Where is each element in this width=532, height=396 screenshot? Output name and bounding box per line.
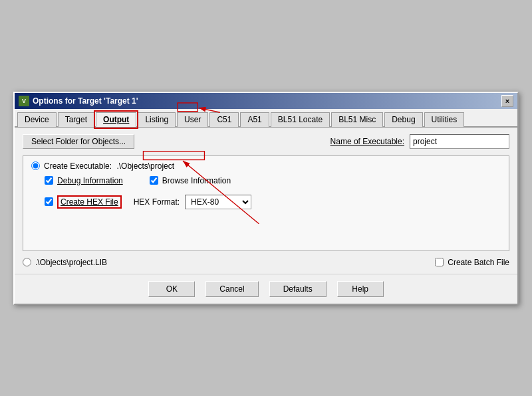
tab-bar: Device Target Output Listing User C51 A5… [15,109,517,128]
create-hex-label: Create HEX File [59,197,120,207]
tab-utilities[interactable]: Utilities [424,112,465,127]
create-batch-row: Create Batch File [435,258,509,267]
help-button[interactable]: Help [337,281,384,297]
debug-info-row: Debug Information [45,176,123,185]
hex-format-select[interactable]: HEX-80 HEX-386 [185,195,251,209]
tab-user[interactable]: User [177,112,208,127]
tab-a51[interactable]: A51 [240,112,269,127]
debug-info-checkbox[interactable] [45,176,53,185]
create-executable-radio[interactable] [31,161,40,170]
close-button[interactable]: × [501,95,513,107]
cancel-button[interactable]: Cancel [205,281,258,297]
tab-bl51-misc[interactable]: BL51 Misc [331,112,383,127]
browse-info-row: Browse Information [150,176,231,185]
name-executable-input[interactable] [410,134,509,149]
name-executable-label: Name of Executable: [331,137,404,146]
create-batch-label: Create Batch File [448,258,509,267]
tab-debug[interactable]: Debug [384,112,422,127]
tab-bl51-locate[interactable]: BL51 Locate [271,112,330,127]
create-hex-checkbox[interactable] [45,197,53,206]
lib-label: .\Objects\project.LIB [35,258,107,267]
lib-radio[interactable] [23,258,31,266]
create-executable-row: Create Executable: .\Objects\project [31,161,501,171]
ok-button[interactable]: OK [148,281,195,297]
tab-output[interactable]: Output [96,112,136,127]
dialog-title: Options for Target 'Target 1' [33,96,138,106]
tab-c51[interactable]: C51 [209,112,239,127]
dialog-buttons: OK Cancel Defaults Help [15,274,517,304]
title-bar: V Options for Target 'Target 1' × [15,93,517,109]
tab-device[interactable]: Device [17,112,57,127]
content-area: Select Folder for Objects... Name of Exe… [15,128,517,274]
executable-group: Create Executable: .\Objects\project Deb… [23,155,509,251]
defaults-button[interactable]: Defaults [269,281,327,297]
lib-radio-row: .\Objects\project.LIB [23,258,107,267]
create-batch-checkbox[interactable] [435,258,444,266]
tab-target[interactable]: Target [58,112,94,127]
bottom-row: .\Objects\project.LIB Create Batch File [23,258,509,267]
select-folder-button[interactable]: Select Folder for Objects... [23,134,134,149]
debug-info-label: Debug Information [57,176,123,185]
create-executable-label: Create Executable: .\Objects\project [44,161,174,171]
tab-listing[interactable]: Listing [138,112,176,127]
app-icon: V [19,96,29,106]
browse-info-label: Browse Information [162,176,231,185]
browse-info-checkbox[interactable] [150,176,158,185]
dialog: V Options for Target 'Target 1' × Device… [13,92,519,305]
hex-format-label: HEX Format: [134,197,180,207]
